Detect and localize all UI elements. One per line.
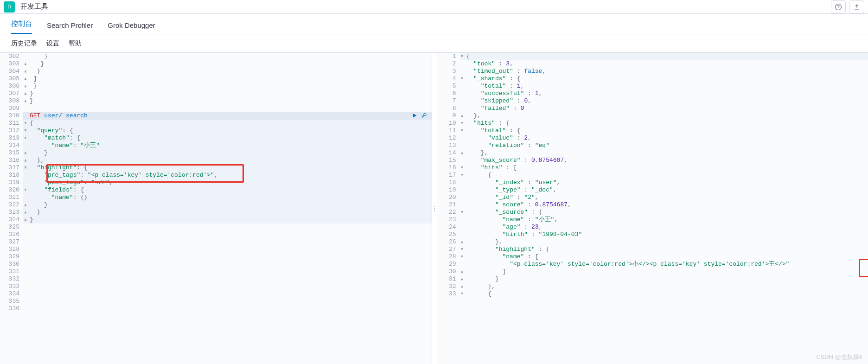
code-line[interactable]: 15 "max_score" : 0.8754687, — [437, 157, 868, 164]
split-handle-icon[interactable] — [432, 53, 437, 364]
code-content[interactable]: "match": { — [28, 134, 432, 142]
code-content[interactable]: } — [28, 90, 432, 97]
code-content[interactable]: "value" : 2, — [465, 134, 868, 142]
code-content[interactable] — [28, 224, 432, 231]
code-line[interactable]: 19 "_type" : "_doc", — [437, 186, 868, 194]
fold-toggle-icon[interactable]: ▾ — [23, 186, 28, 194]
code-line[interactable]: 333 — [0, 283, 432, 290]
help-link[interactable]: 帮助 — [69, 39, 82, 48]
code-line[interactable]: 322▴ } — [0, 201, 432, 209]
code-content[interactable]: { — [465, 53, 868, 60]
code-content[interactable]: "query": { — [28, 127, 432, 134]
code-content[interactable]: "_shards" : { — [465, 75, 868, 83]
fold-toggle-icon[interactable]: ▾ — [460, 290, 465, 298]
tab-console[interactable]: 控制台 — [11, 14, 32, 34]
code-content[interactable]: "name" : [ — [465, 253, 868, 261]
code-line[interactable]: 311▾{ — [0, 120, 432, 127]
code-content[interactable]: "birth" : "1998-04-03" — [465, 231, 868, 238]
code-content[interactable]: "relation" : "eq" — [465, 142, 868, 149]
code-line[interactable]: 330 — [0, 261, 432, 268]
code-line[interactable]: 310GET user/_search — [0, 112, 432, 120]
code-content[interactable] — [28, 268, 432, 275]
code-content[interactable]: "name": {} — [28, 194, 432, 201]
code-content[interactable] — [28, 298, 432, 305]
history-link[interactable]: 历史记录 — [11, 39, 37, 48]
code-line[interactable]: 321 "name": {} — [0, 194, 432, 201]
tab-search-profiler[interactable]: Search Profiler — [47, 16, 93, 34]
fold-toggle-icon[interactable]: ▴ — [23, 209, 28, 216]
request-editor[interactable]: 302 }303▴ }304▴ }305▴ ]306▴ }307▴}308▴}3… — [0, 53, 432, 364]
code-line[interactable]: 9▴ }, — [437, 112, 868, 120]
code-content[interactable]: "hits" : [ — [465, 164, 868, 172]
fold-toggle-icon[interactable]: ▴ — [460, 283, 465, 290]
code-content[interactable]: } — [28, 83, 432, 90]
code-line[interactable]: 329 — [0, 253, 432, 261]
fold-toggle-icon[interactable]: ▾ — [23, 164, 28, 172]
code-line[interactable]: 31▴ } — [437, 275, 868, 283]
code-line[interactable]: 2 "took" : 3, — [437, 60, 868, 68]
code-content[interactable] — [28, 105, 432, 112]
code-content[interactable] — [28, 238, 432, 246]
code-content[interactable]: "total" : { — [465, 127, 868, 134]
code-line[interactable]: 1▾{ — [437, 53, 868, 60]
fold-toggle-icon[interactable]: ▾ — [460, 75, 465, 83]
code-line[interactable]: 33▾ { — [437, 290, 868, 298]
code-line[interactable]: 331 — [0, 268, 432, 275]
code-content[interactable]: "total" : 1, — [465, 83, 868, 90]
code-line[interactable]: 25 "birth" : "1998-04-03" — [437, 231, 868, 238]
code-line[interactable]: 23 "name" : "小王", — [437, 216, 868, 224]
code-content[interactable]: }, — [465, 149, 868, 157]
code-line[interactable]: 30▴ ] — [437, 268, 868, 275]
code-content[interactable] — [28, 283, 432, 290]
code-line[interactable]: 22▾ "_source" : { — [437, 209, 868, 216]
code-content[interactable] — [28, 246, 432, 253]
fold-toggle-icon[interactable]: ▾ — [23, 120, 28, 127]
code-content[interactable] — [28, 231, 432, 238]
code-line[interactable]: 13 "relation" : "eq" — [437, 142, 868, 149]
code-content[interactable]: "took" : 3, — [465, 60, 868, 68]
code-content[interactable]: } — [28, 97, 432, 105]
code-line[interactable]: 4▾ "_shards" : { — [437, 75, 868, 83]
code-line[interactable]: 307▴} — [0, 90, 432, 97]
settings-link[interactable]: 设置 — [46, 39, 59, 48]
code-content[interactable]: }, — [465, 238, 868, 246]
code-line[interactable]: 304▴ } — [0, 68, 432, 75]
fold-toggle-icon[interactable]: ▴ — [460, 268, 465, 275]
code-line[interactable]: 5 "total" : 1, — [437, 83, 868, 90]
code-content[interactable] — [28, 253, 432, 261]
code-content[interactable]: "name": "小王" — [28, 142, 432, 149]
export-button[interactable] — [849, 0, 864, 13]
code-content[interactable]: } — [28, 216, 432, 224]
code-line[interactable]: 16▾ "hits" : [ — [437, 164, 868, 172]
code-line[interactable]: 318 "pre_tags": "<p class='key' style='c… — [0, 172, 432, 179]
fold-toggle-icon[interactable]: ▾ — [460, 253, 465, 261]
code-line[interactable]: 305▴ ] — [0, 75, 432, 83]
code-content[interactable]: } — [28, 68, 432, 75]
code-line[interactable]: 317▾ "highlight": { — [0, 164, 432, 172]
fold-toggle-icon[interactable]: ▴ — [23, 157, 28, 164]
code-line[interactable]: 11▾ "total" : { — [437, 127, 868, 134]
code-line[interactable]: 312▾ "query": { — [0, 127, 432, 134]
code-line[interactable]: 332 — [0, 275, 432, 283]
code-content[interactable]: } — [28, 149, 432, 157]
fold-toggle-icon[interactable]: ▴ — [23, 83, 28, 90]
code-line[interactable]: 313▾ "match": { — [0, 134, 432, 142]
help-circle-button[interactable] — [831, 0, 846, 13]
fold-toggle-icon[interactable]: ▴ — [23, 60, 28, 68]
code-line[interactable]: 12 "value" : 2, — [437, 134, 868, 142]
fold-toggle-icon[interactable]: ▴ — [23, 68, 28, 75]
code-line[interactable]: 316▴ }, — [0, 157, 432, 164]
code-line[interactable]: 6 "successful" : 1, — [437, 90, 868, 97]
fold-toggle-icon[interactable]: ▴ — [23, 97, 28, 105]
fold-toggle-icon[interactable]: ▴ — [23, 216, 28, 224]
code-content[interactable]: "hits" : { — [465, 120, 868, 127]
fold-toggle-icon[interactable]: ▾ — [460, 246, 465, 253]
code-content[interactable]: { — [465, 290, 868, 298]
code-content[interactable] — [28, 305, 432, 313]
code-line[interactable]: 324▴} — [0, 216, 432, 224]
code-line[interactable]: 10▾ "hits" : { — [437, 120, 868, 127]
code-line[interactable]: 14▴ }, — [437, 149, 868, 157]
code-content[interactable]: } — [28, 209, 432, 216]
code-line[interactable]: 21 "_score" : 0.8754687, — [437, 201, 868, 209]
code-line[interactable]: 28▾ "name" : [ — [437, 253, 868, 261]
